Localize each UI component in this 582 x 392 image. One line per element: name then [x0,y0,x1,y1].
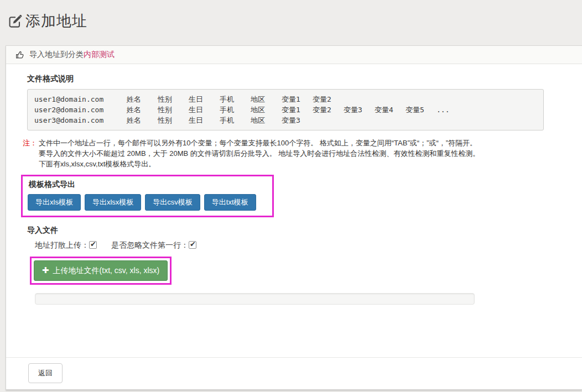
category-link[interactable]: 内部测试 [84,50,115,60]
export-xlsx-template-button[interactable]: 导出xlsx模板 [85,194,141,211]
sample-email: user1@domain.com [34,94,127,104]
template-section-heading: 模板格式导出 [29,180,272,190]
thumbs-up-icon [15,50,24,59]
import-section-heading: 导入文件 [27,226,543,236]
template-export-highlight-box: 模板格式导出 导出xls模板 导出xlsx模板 导出csv模板 导出txt模板 [21,175,274,217]
page-header: 添加地址 [0,0,582,45]
sample-row: user1@domain.com姓名性别生日手机地区变量1变量2 [34,94,537,104]
back-button[interactable]: 返回 [28,363,63,383]
import-options-row: 地址打散上传：是否忽略文件第一行： [35,241,543,250]
ignore-first-line-label: 是否忽略文件第一行： [111,241,189,249]
sample-format-box: user1@domain.com姓名性别生日手机地区变量1变量2 user2@d… [27,89,544,130]
upload-progress-bar [35,293,475,305]
note-line: 文件中一个地址占一行，每个邮件可以另外有10个变量；每个变量支持最长100个字符… [39,138,480,148]
note-label: 注： [23,138,37,169]
note-line: 要导入的文件大小不能超过 20MB，大于 20MB 的文件请切割后分批导入。 地… [39,148,480,159]
template-button-row: 导出xls模板 导出xlsx模板 导出csv模板 导出txt模板 [28,194,272,211]
upload-address-file-button[interactable]: ✚ 上传地址文件(txt, csv, xls, xlsx) [34,260,168,281]
export-csv-template-button[interactable]: 导出csv模板 [145,194,200,211]
note-line: 下面有xls,xlsx,csv,txt模板格式导出。 [39,159,480,169]
page: 添加地址 导入地址到分类内部测试 文件格式说明 user1@domain.com… [0,0,582,392]
scatter-upload-label: 地址打散上传： [35,241,89,249]
format-note: 注： 文件中一个地址占一行，每个邮件可以另外有10个变量；每个变量支持最长100… [23,138,543,169]
panel-header: 导入地址到分类内部测试 [6,46,582,64]
pencil-square-icon [8,14,23,31]
note-lines: 文件中一个地址占一行，每个邮件可以另外有10个变量；每个变量支持最长100个字符… [39,138,480,169]
upload-button-label: 上传地址文件(txt, csv, xls, xlsx) [53,266,160,275]
panel-body: 文件格式说明 user1@domain.com姓名性别生日手机地区变量1变量2 … [6,64,582,357]
sample-row: user2@domain.com姓名性别生日手机地区变量1变量2变量3变量4变量… [34,104,537,115]
panel-header-text: 导入地址到分类 [29,50,84,60]
scatter-upload-checkbox[interactable] [89,241,97,249]
panel-footer: 返回 [6,357,582,389]
page-title: 添加地址 [25,11,87,31]
export-txt-template-button[interactable]: 导出txt模板 [204,194,256,211]
sample-row: user3@domain.com姓名性别生日手机地区变量3 [34,115,537,126]
plus-icon: ✚ [42,266,49,275]
import-address-panel: 导入地址到分类内部测试 文件格式说明 user1@domain.com姓名性别生… [6,45,582,390]
upload-highlight-box: ✚ 上传地址文件(txt, csv, xls, xlsx) [30,257,172,285]
ignore-first-line-checkbox[interactable] [189,241,196,249]
sample-email: user3@domain.com [34,115,127,126]
export-xls-template-button[interactable]: 导出xls模板 [28,194,81,211]
format-section-heading: 文件格式说明 [27,74,543,84]
sample-email: user2@domain.com [34,104,127,115]
